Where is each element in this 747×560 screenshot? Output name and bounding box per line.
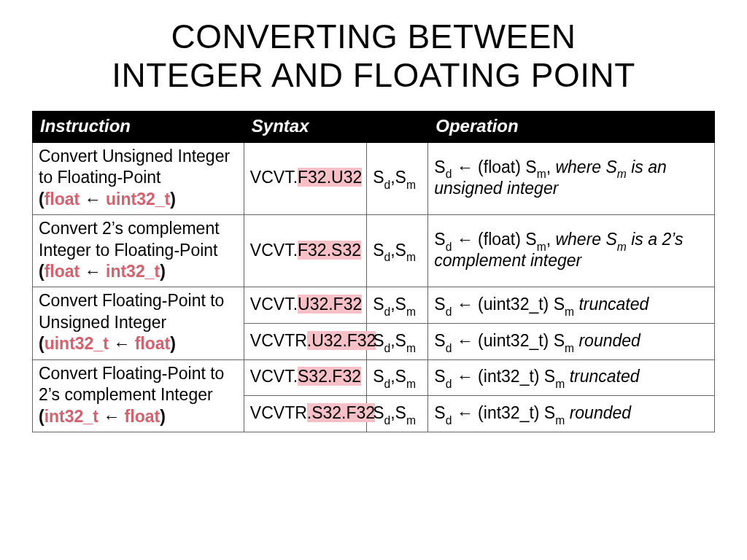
cell-mnemonic: VCVT.S32.F32 <box>244 359 366 396</box>
table-header-row: Instruction Syntax Operation <box>33 111 715 142</box>
cell-operands: Sd,Sm <box>367 324 428 360</box>
table-row: Convert Floating-Point to 2’s complement… <box>33 359 715 396</box>
instr-paren: (uint32_t ← float) <box>39 334 176 353</box>
arrow-left-icon: ← <box>452 158 478 176</box>
cell-mnemonic: VCVT.F32.S32 <box>244 215 366 287</box>
table-row: Convert Unsigned Integer to Floating-Poi… <box>33 142 715 214</box>
instr-paren: (float ← int32_t) <box>39 262 166 281</box>
th-operation: Operation <box>428 111 715 142</box>
cell-operands: Sd,Sm <box>367 215 428 287</box>
slide-title: CONVERTING BETWEEN INTEGER AND FLOATING … <box>32 18 715 95</box>
arrow-left-icon: ← <box>80 190 106 209</box>
cell-operation: Sd ← (uint32_t) Sm rounded <box>428 324 715 360</box>
arrow-left-icon: ← <box>452 230 478 249</box>
conversion-table: Instruction Syntax Operation Convert Uns… <box>32 111 715 432</box>
cell-instruction: Convert Unsigned Integer to Floating-Poi… <box>33 142 244 214</box>
title-line-1: CONVERTING BETWEEN <box>171 18 576 55</box>
title-line-2: INTEGER AND FLOATING POINT <box>112 56 635 94</box>
arrow-left-icon: ← <box>98 407 125 426</box>
cell-mnemonic: VCVT.F32.U32 <box>244 142 366 214</box>
arrow-left-icon: ← <box>80 262 106 281</box>
arrow-left-icon: ← <box>452 295 478 314</box>
instr-paren: (int32_t ← float) <box>39 407 166 426</box>
cell-operands: Sd,Sm <box>367 396 428 432</box>
arrow-left-icon: ← <box>452 367 478 386</box>
cell-instruction: Convert Floating-Point to 2’s complement… <box>33 359 244 432</box>
instr-text: Convert Floating-Point to 2’s complement… <box>39 364 224 404</box>
arrow-left-icon: ← <box>452 403 478 422</box>
cell-operation: Sd ← (float) Sm, where Sm is a 2’s compl… <box>428 215 715 287</box>
cell-operands: Sd,Sm <box>367 142 428 214</box>
cell-mnemonic: VCVTR.S32.F32 <box>244 396 366 432</box>
cell-operation: Sd ← (float) Sm, where Sm is an unsigned… <box>428 142 715 214</box>
cell-operation: Sd ← (int32_t) Sm truncated <box>428 359 715 396</box>
th-syntax: Syntax <box>244 111 427 142</box>
cell-instruction: Convert 2’s complement Integer to Floati… <box>33 215 244 287</box>
cell-instruction: Convert Floating-Point to Unsigned Integ… <box>33 287 244 359</box>
table-row: Convert 2’s complement Integer to Floati… <box>33 215 715 287</box>
arrow-left-icon: ← <box>109 334 135 353</box>
cell-operands: Sd,Sm <box>367 359 428 396</box>
cell-operands: Sd,Sm <box>367 287 428 324</box>
cell-operation: Sd ← (int32_t) Sm rounded <box>428 396 715 432</box>
cell-operation: Sd ← (uint32_t) Sm truncated <box>428 287 715 324</box>
cell-mnemonic: VCVTR.U32.F32 <box>244 324 366 360</box>
arrow-left-icon: ← <box>452 331 478 350</box>
instr-text: Convert 2’s complement Integer to Floati… <box>39 219 220 259</box>
th-instruction: Instruction <box>33 111 244 142</box>
cell-mnemonic: VCVT.U32.F32 <box>244 287 366 324</box>
instr-text: Convert Unsigned Integer to Floating-Poi… <box>39 147 230 187</box>
instr-text: Convert Floating-Point to Unsigned Integ… <box>39 291 224 331</box>
instr-paren: (float ← uint32_t) <box>39 190 176 209</box>
table-row: Convert Floating-Point to Unsigned Integ… <box>33 287 715 324</box>
